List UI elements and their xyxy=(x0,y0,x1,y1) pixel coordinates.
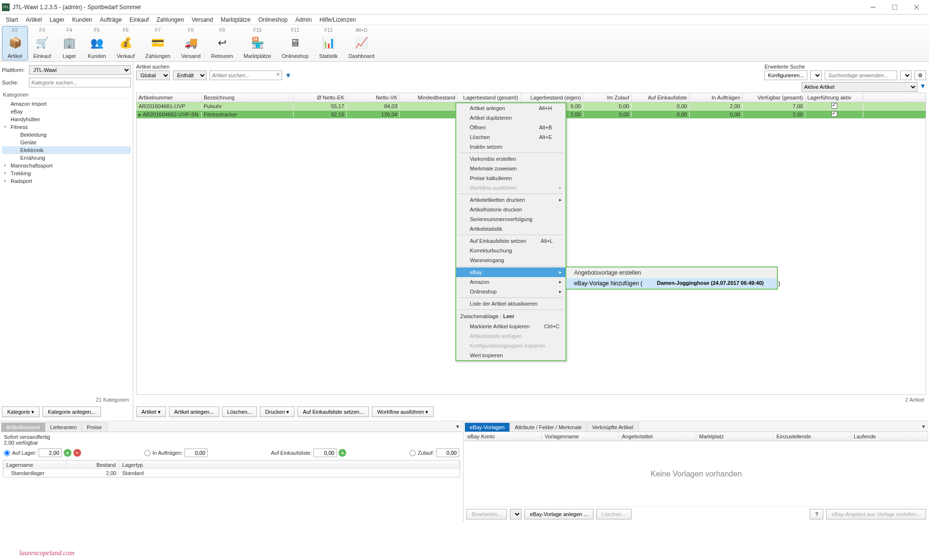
ctx-artikeletiketten-drucken[interactable]: Artikeletiketten drucken▸ xyxy=(456,195,565,205)
ctx-öffnen[interactable]: ÖffnenAlt+B xyxy=(456,123,565,132)
orders-value[interactable] xyxy=(184,448,208,457)
ribbon-retouren[interactable]: F9↩Retouren xyxy=(206,26,238,60)
ebay-col[interactable]: Einzustellende xyxy=(774,432,851,441)
article-search-input[interactable] xyxy=(210,70,282,80)
active-filter-select[interactable]: Aktive Artikel xyxy=(802,82,917,92)
ribbon-artikel[interactable]: F2📦Artikel xyxy=(2,26,28,60)
tree-node-mannschaftssport[interactable]: ▸Mannschaftssport xyxy=(2,162,131,169)
grid-btn[interactable]: Workflow ausführen ▾ xyxy=(372,406,434,417)
maximize-button[interactable] xyxy=(884,0,905,14)
submenu-item[interactable]: eBay-Vorlage hinzufügen ( Damen-Joggingh… xyxy=(566,278,777,289)
menu-kunden[interactable]: Kunden xyxy=(68,15,96,25)
ctx-seriennummernverfolgung[interactable]: Seriennummernverfolgung xyxy=(456,214,565,224)
ctx-liste-der-artikel-aktualisieren[interactable]: Liste der Artikel aktualisieren xyxy=(456,299,565,308)
col-6[interactable]: Lagerbestand (eigen) xyxy=(521,93,583,102)
grid-btn[interactable]: Auf Einkaufsliste setzen... xyxy=(297,406,369,417)
ctx-löschen[interactable]: LöschenAlt+E xyxy=(456,132,565,142)
edit-dropdown[interactable] xyxy=(510,509,521,519)
tab-preise[interactable]: Preise xyxy=(82,422,107,432)
ctx-clip[interactable]: Wert kopieren xyxy=(456,350,565,360)
stock-tracking-checkbox[interactable] xyxy=(831,111,837,117)
col-lagertyp[interactable]: Lagertyp xyxy=(119,461,460,469)
tree-node-ebay[interactable]: eBay xyxy=(2,108,131,115)
stock-tracking-checkbox[interactable] xyxy=(831,103,837,109)
ctx-wareneingang[interactable]: Wareneingang xyxy=(456,255,565,265)
ebay-col[interactable]: Angebotstitel xyxy=(619,432,696,441)
tab-ebay-vorlagen[interactable]: eBay-Vorlagen xyxy=(464,422,510,432)
clear-search-icon[interactable]: ✕ xyxy=(276,71,280,78)
edit-template-button[interactable]: Bearbeiten... xyxy=(466,509,507,519)
help-button[interactable]: ? xyxy=(810,509,823,519)
tree-node-handyhüllen[interactable]: Handyhüllen xyxy=(2,115,131,123)
collapse-icon[interactable]: ▾ xyxy=(453,422,462,432)
col-2[interactable]: Ø Netto-EK xyxy=(294,93,347,102)
ribbon-statistik[interactable]: F12📊Statistik xyxy=(314,26,343,60)
menu-versand[interactable]: Versand xyxy=(188,15,217,25)
col-11[interactable]: Lagerführung aktiv xyxy=(805,93,863,102)
stock-value[interactable] xyxy=(39,448,62,457)
collapse-icon-2[interactable]: ▾ xyxy=(919,422,928,432)
col-9[interactable]: In Aufträgen xyxy=(690,93,743,102)
col-lagername[interactable]: Lagername xyxy=(3,461,66,469)
ctx-artikelhistorie-drucken[interactable]: Artikelhistorie drucken xyxy=(456,205,565,214)
ctx-clip[interactable]: Markierte Artikel kopierenCtrl+C xyxy=(456,322,565,331)
col-bestand[interactable]: Bestand xyxy=(66,461,119,469)
minimize-button[interactable] xyxy=(862,0,884,14)
add-stock-icon[interactable]: + xyxy=(64,449,71,457)
ribbon-onlineshop[interactable]: F11🖥Onlineshop xyxy=(276,26,314,60)
tree-node-elektronik[interactable]: Elektronik xyxy=(2,146,131,154)
ctx-amazon[interactable]: Amazon▸ xyxy=(456,277,565,287)
menu-admin[interactable]: Admin xyxy=(292,15,316,25)
close-button[interactable] xyxy=(905,0,927,14)
tree-node-bekleidung[interactable]: Bekleidung xyxy=(2,131,131,139)
orders-radio[interactable] xyxy=(144,450,151,456)
category-menu-button[interactable]: Kategorie ▾ xyxy=(2,406,40,417)
search-mode-select[interactable]: Enthält xyxy=(173,70,207,80)
tree-node-geräte[interactable]: Geräte xyxy=(2,139,131,146)
col-3[interactable]: Netto-VK xyxy=(347,93,400,102)
tab-attribute[interactable]: Attribute / Felder / Merkmale xyxy=(509,422,587,432)
ebay-col[interactable]: eBay Konto xyxy=(464,432,542,441)
ribbon-kunden[interactable]: F5👥Kunden xyxy=(83,26,112,60)
ctx-onlineshop[interactable]: Onlineshop▸ xyxy=(456,287,565,296)
grid-btn[interactable]: Artikel anlegen... xyxy=(169,406,219,417)
grid-btn[interactable]: Artikel ▾ xyxy=(136,406,166,417)
ctx-preise-kalkulieren[interactable]: Preise kalkulieren xyxy=(456,173,565,183)
ribbon-versand[interactable]: F8🚚Versand xyxy=(176,26,206,60)
template-dropdown[interactable] xyxy=(900,70,912,80)
ctx-ebay[interactable]: eBay▸ xyxy=(456,267,565,277)
new-category-button[interactable]: Kategorie anlegen... xyxy=(42,406,100,417)
tree-node-radsport[interactable]: ▸Radsport xyxy=(2,177,131,185)
ctx-inaktiv-setzen[interactable]: Inaktiv setzen xyxy=(456,142,565,152)
search-scope-select[interactable]: Global xyxy=(136,70,170,80)
menu-artikel[interactable]: Artikel xyxy=(22,15,45,25)
filter-icon[interactable]: ▼ xyxy=(285,71,292,79)
ribbon-lager[interactable]: F4🏢Lager xyxy=(56,26,83,60)
shopping-list-value[interactable] xyxy=(313,448,337,457)
platform-select[interactable]: JTL-Wawi xyxy=(29,65,131,75)
grid-btn[interactable]: Löschen... xyxy=(222,406,257,417)
col-0[interactable]: Artikelnummer xyxy=(137,93,202,102)
stock-radio[interactable] xyxy=(4,450,10,456)
tree-node-trekking[interactable]: ▸Trekking xyxy=(2,169,131,177)
filter-icon-2[interactable]: ▼ xyxy=(919,82,926,92)
configure-dropdown[interactable] xyxy=(810,70,822,80)
warehouse-row[interactable]: Standardlager 2,00 Standard xyxy=(3,469,460,477)
ctx-artikel-duplizieren[interactable]: Artikel duplizieren xyxy=(456,113,565,123)
ribbon-zahlungen[interactable]: F7💳Zahlungen xyxy=(140,26,176,60)
ctx-korrekturbuchung[interactable]: Korrekturbuchung xyxy=(456,246,565,255)
ribbon-verkauf[interactable]: F6💰Verkauf xyxy=(112,26,140,60)
ribbon-dashboard[interactable]: Alt+D📈Dashboard xyxy=(343,26,380,60)
tree-node-fitness[interactable]: ▾Fitness xyxy=(2,123,131,131)
menu-hilfe/lizenzen[interactable]: Hilfe/Lizenzen xyxy=(316,15,360,25)
ebay-col[interactable]: Laufende xyxy=(851,432,928,441)
add-shopping-icon[interactable]: + xyxy=(338,449,346,457)
menu-aufträge[interactable]: Aufträge xyxy=(96,15,126,25)
tree-node-amazon-import[interactable]: Amazon Import xyxy=(2,100,131,108)
col-4[interactable]: Mindestbestand xyxy=(400,93,458,102)
create-offer-button[interactable]: eBay-Angebot aus Vorlage erstellen... xyxy=(826,509,926,519)
ctx-auf-einkaufsliste-setzen[interactable]: Auf Einkaufsliste setzenAlt+L xyxy=(456,236,565,246)
menu-zahlungen[interactable]: Zahlungen xyxy=(153,15,188,25)
tab-verknuepfte[interactable]: Verknüpfte Artikel xyxy=(587,422,639,432)
ribbon-einkauf[interactable]: F3🛒Einkauf xyxy=(28,26,56,60)
